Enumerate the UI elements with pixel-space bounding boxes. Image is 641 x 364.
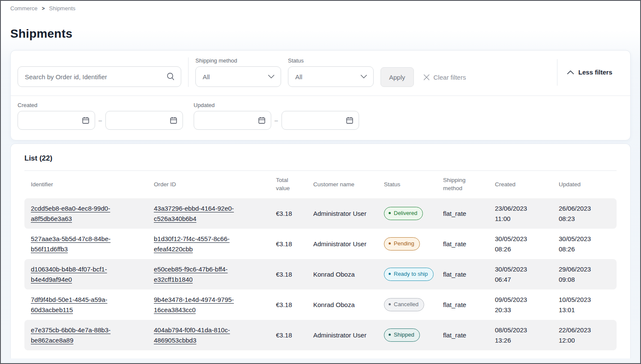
identifier-link[interactable]: 7df9f4bd-50e1-4845-a59a-60d3acbeb115 — [31, 296, 107, 313]
less-filters-label: Less filters — [578, 69, 612, 76]
status-dot-icon — [389, 273, 391, 275]
shipments-list-panel: List (22) Identifier Order ID Total valu… — [10, 143, 631, 358]
status-dot-icon — [389, 334, 391, 336]
status-cell: Delivered — [384, 207, 443, 220]
updated-date-filter: Updated – — [194, 102, 359, 130]
shipping-method-select[interactable]: All — [195, 66, 281, 87]
status-dot-icon — [389, 212, 391, 214]
status-label: Status — [288, 57, 374, 64]
breadcrumb-commerce[interactable]: Commerce — [10, 5, 38, 12]
updated-to-input[interactable] — [282, 111, 359, 130]
identifier-link[interactable]: 2cdd5eb8-e8a0-4ec8-99d0-a8f5db6e3a63 — [31, 205, 110, 222]
table-row: 527aae3a-5b5d-47c8-84be-b56f11d6ffb3 b1d… — [24, 229, 617, 259]
column-header-total-value: Total value — [276, 176, 297, 193]
identifier-link[interactable]: 527aae3a-5b5d-47c8-84be-b56f11d6ffb3 — [31, 235, 111, 252]
created-from-input[interactable] — [18, 111, 95, 130]
status-cell: Shipped — [384, 328, 443, 342]
order-id-cell: 43a37296-ebbd-4164-92e0-c526a340b6b4 — [154, 203, 250, 224]
order-id-link[interactable]: 9b4e3478-1e4d-4974-9795-16cea3843cc0 — [154, 296, 234, 313]
table-row: 2cdd5eb8-e8a0-4ec8-99d0-a8f5db6e3a63 43a… — [24, 198, 617, 229]
identifier-cell: 7df9f4bd-50e1-4845-a59a-60d3acbeb115 — [31, 295, 127, 315]
total-value-cell: €3.18 — [276, 300, 313, 310]
shipping-method-cell: flat_rate — [443, 300, 495, 310]
status-cell: Cancelled — [384, 298, 443, 311]
shipping-method-cell: flat_rate — [443, 269, 495, 279]
search-icon — [166, 72, 175, 81]
identifier-cell: e7e375cb-6b0b-4e7a-88b3-be862ace8a89 — [31, 325, 127, 345]
order-id-cell: 404ab794-f0f0-41da-810c-4869053cbbd3 — [154, 325, 250, 345]
table-row: e7e375cb-6b0b-4e7a-88b3-be862ace8a89 404… — [24, 320, 617, 350]
identifier-link[interactable]: e7e375cb-6b0b-4e7a-88b3-be862ace8a89 — [31, 326, 111, 343]
less-filters-toggle[interactable]: Less filters — [567, 69, 623, 76]
shipping-method-filter: Shipping method All — [195, 57, 281, 87]
created-cell: 08/05/2023 13:26 — [495, 325, 559, 345]
filters-panel: Shipping method All Status All — [10, 50, 631, 140]
page-title: Shipments — [10, 27, 640, 41]
status-badge: Delivered — [384, 207, 423, 220]
customer-name-cell: Konrad Oboza — [313, 300, 367, 310]
apply-button[interactable]: Apply — [380, 67, 414, 87]
updated-cell: 26/06/2023 08:23 — [559, 203, 610, 224]
clear-filters-button[interactable]: Clear filters — [423, 67, 466, 87]
shipping-method-cell: flat_rate — [443, 209, 495, 218]
created-label: Created — [18, 102, 183, 108]
column-header-customer-name: Customer name — [313, 181, 384, 189]
filter-divider-vertical — [188, 57, 189, 87]
shipping-method-label: Shipping method — [195, 57, 281, 64]
customer-name-cell: Administrator User — [313, 239, 367, 249]
date-range-separator: – — [99, 117, 102, 124]
total-value-cell: €3.18 — [276, 269, 313, 279]
less-filters-wrap: Less filters — [557, 57, 623, 87]
table-row: d106340b-b4b8-4f07-bcf1-b4e4d9af94e0 e50… — [24, 259, 617, 289]
column-header-created: Created — [495, 181, 559, 189]
column-header-shipping-method: Shipping method — [443, 176, 477, 193]
status-value: All — [295, 73, 303, 81]
updated-from-input[interactable] — [194, 111, 271, 130]
status-badge: Pending — [384, 237, 420, 251]
customer-name-cell: Administrator User — [313, 209, 367, 218]
order-id-cell: b1d30f12-7f4c-4557-8c66-efeaf4220cbb — [154, 234, 250, 254]
order-id-link[interactable]: 43a37296-ebbd-4164-92e0-c526a340b6b4 — [154, 205, 234, 222]
updated-cell: 10/05/2023 13:01 — [559, 295, 610, 315]
status-badge: Shipped — [384, 328, 420, 342]
updated-cell: 29/06/2023 09:08 — [559, 264, 610, 284]
customer-name-cell: Administrator User — [313, 330, 367, 340]
identifier-cell: 2cdd5eb8-e8a0-4ec8-99d0-a8f5db6e3a63 — [31, 203, 127, 224]
status-dot-icon — [389, 303, 391, 305]
column-header-status: Status — [384, 181, 443, 189]
created-date-filter: Created – — [18, 102, 183, 130]
table-body: 2cdd5eb8-e8a0-4ec8-99d0-a8f5db6e3a63 43a… — [24, 198, 617, 350]
chevron-down-icon — [360, 75, 367, 79]
breadcrumb: Commerce > Shipments — [1, 1, 640, 12]
shipping-method-value: All — [203, 73, 210, 81]
column-header-identifier: Identifier — [31, 181, 154, 189]
created-cell: 23/06/2023 11:00 — [495, 203, 559, 224]
order-id-link[interactable]: e50ceb85-f9c6-47b6-bff4-e32cff1b1840 — [154, 266, 228, 283]
chevron-up-icon — [567, 70, 574, 75]
created-cell: 30/05/2023 06:47 — [495, 264, 559, 284]
updated-cell: 30/05/2023 08:26 — [559, 234, 610, 254]
status-dot-icon — [389, 242, 391, 245]
table-header-row: Identifier Order ID Total value Customer… — [24, 171, 617, 198]
status-cell: Ready to ship — [384, 268, 443, 281]
status-select[interactable]: All — [288, 66, 374, 87]
created-cell: 30/05/2023 08:26 — [495, 234, 559, 254]
search-input[interactable] — [18, 66, 181, 87]
customer-name-cell: Konrad Oboza — [313, 269, 367, 279]
order-id-link[interactable]: 404ab794-f0f0-41da-810c-4869053cbbd3 — [154, 326, 230, 343]
shipping-method-cell: flat_rate — [443, 330, 495, 340]
filters-row-dates: Created – — [11, 96, 630, 140]
total-value-cell: €3.18 — [276, 209, 313, 218]
identifier-link[interactable]: d106340b-b4b8-4f07-bcf1-b4e4d9af94e0 — [31, 266, 107, 283]
list-title: List (22) — [24, 154, 617, 163]
status-badge: Cancelled — [384, 298, 424, 311]
identifier-cell: d106340b-b4b8-4f07-bcf1-b4e4d9af94e0 — [31, 264, 127, 284]
table-row: 7df9f4bd-50e1-4845-a59a-60d3acbeb115 9b4… — [24, 289, 617, 320]
filter-divider-vertical — [557, 59, 557, 86]
breadcrumb-shipments[interactable]: Shipments — [49, 5, 75, 12]
filters-row-main: Shipping method All Status All — [11, 51, 630, 95]
order-id-link[interactable]: b1d30f12-7f4c-4557-8c66-efeaf4220cbb — [154, 235, 230, 252]
status-cell: Pending — [384, 237, 443, 251]
chevron-down-icon — [268, 75, 275, 79]
created-to-input[interactable] — [105, 111, 183, 130]
